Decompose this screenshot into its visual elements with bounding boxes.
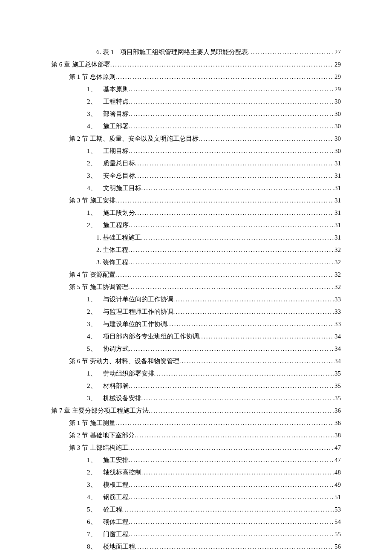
toc-entry: 2、 工程特点30	[51, 96, 341, 107]
toc-leader-dots	[129, 480, 334, 491]
toc-entry: 1. 基础工程施工31	[51, 232, 341, 243]
toc-leader-dots	[115, 195, 334, 206]
toc-entry-label: 1、 施工安排	[87, 455, 129, 466]
toc-entry-page: 30	[334, 121, 341, 132]
toc-entry-label: 第 2 节 基础地下室部分	[69, 430, 135, 441]
toc-entry: 1、 劳动组织部署安排35	[51, 368, 341, 379]
toc-entry-label: 1. 基础工程施工	[96, 232, 141, 243]
toc-entry: 第 2 节 基础地下室部分38	[51, 430, 341, 441]
toc-entry-label: 3、 模板工程	[87, 480, 129, 491]
toc-entry-page: 33	[334, 306, 341, 318]
toc-entry-page: 55	[334, 529, 341, 540]
toc-entry: 2、 质量总目标31	[51, 158, 341, 169]
toc-entry: 7、 门窗工程55	[51, 529, 341, 540]
toc-entry-label: 第 5 节 施工协调管理	[69, 282, 128, 293]
toc-entry-label: 5、 砼工程	[87, 504, 122, 515]
toc-entry: 第 6 节 劳动力、材料、设备和物资管理34	[51, 356, 341, 367]
toc-entry: 第 1 节 总体原则29	[51, 72, 341, 83]
toc-entry-label: 5、 协调方式	[87, 344, 129, 355]
toc-entry-label: 4、 钢筋工程	[87, 492, 129, 503]
toc-entry-label: 第 6 章 施工总体部署	[51, 59, 110, 70]
toc-entry-page: 47	[334, 442, 341, 454]
toc-entry: 第 4 节 资源配置32	[51, 269, 341, 280]
toc-entry: 1、 基本原则29	[51, 84, 341, 95]
toc-leader-dots	[173, 294, 334, 305]
toc-entry: 8、 楼地面工程56	[51, 541, 341, 552]
toc-entry-page: 29	[334, 72, 341, 83]
toc-leader-dots	[122, 504, 334, 515]
toc-leader-dots	[129, 455, 334, 466]
toc-entry-label: 第 4 节 资源配置	[69, 269, 115, 280]
toc-entry: 1、 施工段划分31	[51, 208, 341, 219]
toc-entry: 1、 与设计单位间的工作协调33	[51, 294, 341, 305]
toc-entry-label: 2、 施工程序	[87, 220, 129, 231]
toc-entry-label: 第 2 节 工期、质量、安全以及文明施工总目标	[69, 133, 199, 145]
toc-entry-page: 29	[334, 84, 341, 95]
toc-entry-label: 4、 项目部内部各专业班组的工作协调	[87, 331, 199, 342]
toc-entry-page: 31	[334, 232, 341, 243]
toc-entry: 4、 钢筋工程51	[51, 492, 341, 503]
toc-leader-dots	[248, 47, 334, 58]
toc-leader-dots	[129, 121, 334, 132]
toc-entry-page: 31	[334, 171, 341, 182]
toc-entry-page: 31	[334, 158, 341, 169]
toc-entry-label: 2、 工程特点	[87, 96, 129, 107]
toc-entry: 第 2 节 工期、质量、安全以及文明施工总目标30	[51, 133, 341, 145]
toc-entry-label: 第 6 节 劳动力、材料、设备和物资管理	[69, 356, 179, 367]
toc-leader-dots	[129, 344, 334, 355]
toc-leader-dots	[129, 517, 334, 528]
toc-entry-label: 第 3 节 施工安排	[69, 195, 115, 206]
toc-entry-page: 35	[334, 393, 341, 404]
toc-entry-label: 6. 表 1 项目部施工组织管理网络主要人员职能分配表	[96, 47, 248, 58]
toc-entry-page: 51	[334, 492, 341, 503]
toc-leader-dots	[115, 269, 334, 280]
toc-leader-dots	[129, 146, 334, 157]
toc-entry-page: 54	[334, 517, 341, 528]
toc-entry-label: 1、 基本原则	[87, 84, 129, 95]
toc-entry-label: 2、 轴线标高控制	[87, 467, 141, 478]
toc-leader-dots	[135, 171, 334, 182]
toc-leader-dots	[135, 208, 334, 219]
toc-entry-page: 49	[334, 480, 341, 491]
toc-entry-page: 31	[334, 208, 341, 219]
toc-entry-label: 3、 部署目标	[87, 109, 129, 120]
toc-leader-dots	[129, 220, 334, 231]
toc-entry: 3、 部署目标30	[51, 109, 341, 120]
toc-entry-label: 4、 施工部署	[87, 121, 129, 132]
toc-entry-page: 38	[334, 430, 341, 441]
toc-entry-page: 34	[334, 344, 341, 355]
toc-entry-label: 7、 门窗工程	[87, 529, 129, 540]
toc-entry: 第 3 节 施工安排31	[51, 195, 341, 206]
toc-entry-label: 1、 与设计单位间的工作协调	[87, 294, 173, 305]
toc-entry-label: 第 1 节 总体原则	[69, 72, 115, 83]
toc-entry-label: 2、 与监理工程师工作的协调	[87, 306, 173, 318]
toc-entry: 第 7 章 主要分部分项工程施工方法36	[51, 405, 341, 416]
toc-entry-label: 2、 材料部署	[87, 381, 129, 392]
toc-leader-dots	[199, 133, 334, 145]
toc-entry: 3、 机械设备安排35	[51, 393, 341, 404]
toc-entry: 第 6 章 施工总体部署29	[51, 59, 341, 70]
toc-entry-label: 1、 劳动组织部署安排	[87, 368, 154, 379]
toc-leader-dots	[115, 418, 334, 429]
toc-entry: 第 5 节 施工协调管理32	[51, 282, 341, 293]
toc-entry-page: 32	[334, 257, 341, 268]
toc-entry: 2、 施工程序31	[51, 220, 341, 231]
toc-leader-dots	[115, 72, 334, 83]
toc-entry: 3、 与建设单位的工作协调33	[51, 319, 341, 330]
toc-entry-page: 32	[334, 269, 341, 280]
toc-entry-page: 34	[334, 331, 341, 342]
toc-leader-dots	[149, 405, 334, 416]
toc-entry-page: 34	[334, 356, 341, 367]
toc-entry-page: 30	[334, 96, 341, 107]
toc-leader-dots	[179, 356, 334, 367]
toc-entry-label: 第 3 节 上部结构施工	[69, 442, 128, 454]
toc-leader-dots	[141, 183, 334, 194]
toc-leader-dots	[154, 368, 334, 379]
toc-leader-dots	[128, 245, 334, 256]
toc-entry-label: 3、 安全总目标	[87, 171, 135, 182]
toc-entry-page: 30	[334, 146, 341, 157]
toc-leader-dots	[129, 529, 334, 540]
toc-entry-page: 32	[334, 245, 341, 256]
toc-entry-page: 30	[334, 109, 341, 120]
toc-leader-dots	[129, 492, 334, 503]
